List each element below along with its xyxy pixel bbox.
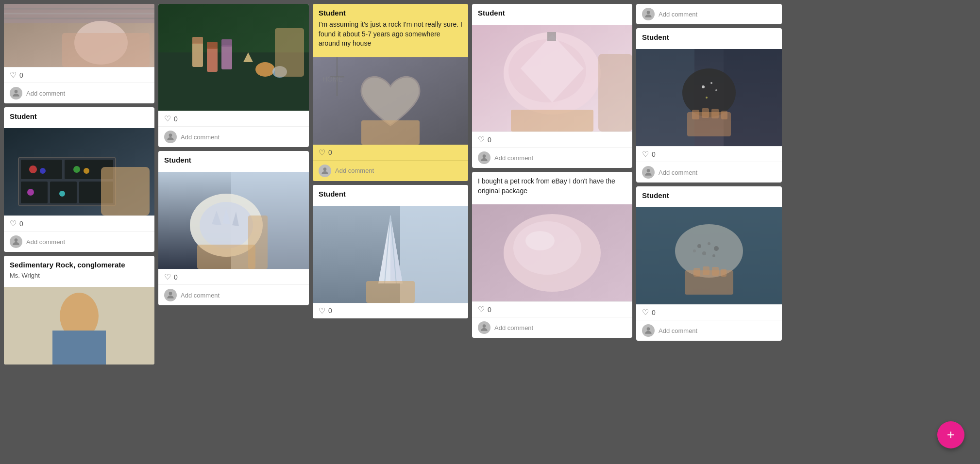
card-2-2-body: Student xyxy=(158,151,309,172)
like-row-3-2: ♡ 0 xyxy=(313,303,468,318)
card-5-1-title: Student xyxy=(642,33,776,41)
add-comment-5-2[interactable]: Add comment xyxy=(659,327,697,334)
card-3-1-text: I'm assuming it's just a rock I'm not re… xyxy=(319,20,462,49)
comment-row-4-2[interactable]: Add comment xyxy=(472,317,632,338)
like-row-1-2: ♡ 0 xyxy=(4,215,154,231)
like-count-3-2: 0 xyxy=(328,307,332,315)
svg-point-48 xyxy=(169,292,172,295)
heart-icon-5-1[interactable]: ♡ xyxy=(642,149,649,159)
svg-rect-37 xyxy=(275,28,304,77)
add-comment-2-2[interactable]: Add comment xyxy=(181,292,220,299)
card-1-1-image xyxy=(4,4,154,67)
card-2-1: ♡ 0 Add comment xyxy=(158,4,309,147)
avatar-5-0 xyxy=(642,8,655,20)
comment-row-2-1[interactable]: Add comment xyxy=(158,126,309,147)
card-1-3-subtitle: Ms. Wright xyxy=(10,272,149,279)
card-5-1-image xyxy=(636,49,782,146)
add-comment-5-0[interactable]: Add comment xyxy=(659,11,697,18)
svg-rect-32 xyxy=(221,45,232,69)
svg-rect-31 xyxy=(207,42,218,49)
like-count-4-2: 0 xyxy=(488,306,491,314)
card-3-1-body: Student I'm assuming it's just a rock I'… xyxy=(313,4,468,57)
like-row-2-2: ♡ 0 xyxy=(158,269,309,284)
card-4-1-body: Student xyxy=(472,4,632,25)
card-1-2-title: Student xyxy=(10,112,149,120)
svg-rect-85 xyxy=(692,110,699,119)
heart-icon-4-1[interactable]: ♡ xyxy=(478,135,485,144)
like-count-4-1: 0 xyxy=(488,136,491,144)
svg-point-22 xyxy=(15,238,18,242)
heart-icon-3-2[interactable]: ♡ xyxy=(319,306,325,315)
like-row-4-2: ♡ 0 xyxy=(472,301,632,317)
heart-icon-4-2[interactable]: ♡ xyxy=(478,305,485,314)
svg-point-54 xyxy=(323,167,327,171)
svg-point-38 xyxy=(169,133,172,137)
comment-row-1-1[interactable]: Add comment xyxy=(4,83,154,103)
add-comment-1-2[interactable]: Add comment xyxy=(26,238,65,246)
card-4-2: I bought a pet rock from eBay I don't ha… xyxy=(472,172,632,338)
svg-point-20 xyxy=(59,191,65,197)
svg-point-83 xyxy=(706,97,708,99)
column-1: ♡ 0 Add comment Student xyxy=(4,4,154,460)
comment-row-3-1[interactable]: Add comment xyxy=(313,160,468,181)
heart-icon-2-2[interactable]: ♡ xyxy=(164,272,171,282)
comment-row-4-1[interactable]: Add comment xyxy=(472,147,632,168)
add-comment-1-1[interactable]: Add comment xyxy=(26,90,65,97)
svg-point-18 xyxy=(84,168,89,174)
like-row-2-1: ♡ 0 xyxy=(158,111,309,126)
svg-rect-101 xyxy=(703,266,710,275)
svg-rect-12 xyxy=(21,182,48,203)
add-comment-4-1[interactable]: Add comment xyxy=(494,154,533,162)
svg-point-80 xyxy=(702,85,705,88)
heart-icon-1-2[interactable]: ♡ xyxy=(10,219,17,228)
card-4-1-title: Student xyxy=(478,9,626,17)
svg-text:HOME: HOME xyxy=(322,75,343,83)
card-2-1-image xyxy=(158,4,309,111)
comment-row-5-1[interactable]: Add comment xyxy=(636,162,782,182)
add-comment-3-1[interactable]: Add comment xyxy=(335,167,374,174)
avatar-2-2 xyxy=(164,289,177,301)
comment-row-1-2[interactable]: Add comment xyxy=(4,231,154,252)
svg-rect-100 xyxy=(693,268,700,277)
add-comment-4-2[interactable]: Add comment xyxy=(494,324,533,331)
svg-rect-29 xyxy=(192,37,203,44)
avatar-2-1 xyxy=(164,131,177,143)
like-count-1-1: 0 xyxy=(19,71,23,79)
card-3-2-image xyxy=(313,206,468,303)
add-comment-2-1[interactable]: Add comment xyxy=(181,133,220,141)
svg-point-94 xyxy=(708,242,710,245)
like-count-5-1: 0 xyxy=(652,150,656,158)
card-5-0: Add comment xyxy=(636,4,782,24)
comment-row-5-2[interactable]: Add comment xyxy=(636,320,782,341)
heart-icon-3-1[interactable]: ♡ xyxy=(319,148,325,157)
heart-icon-2-1[interactable]: ♡ xyxy=(164,114,171,123)
like-row-5-2: ♡ 0 xyxy=(636,304,782,320)
avatar-1-1 xyxy=(10,87,22,99)
comment-row-2-2[interactable]: Add comment xyxy=(158,284,309,305)
comment-row-5-0[interactable]: Add comment xyxy=(636,4,782,24)
card-1-3: Sedimentary Rock, conglomerate Ms. Wrigh… xyxy=(4,256,154,365)
svg-point-82 xyxy=(715,89,717,91)
card-1-3-title: Sedimentary Rock, conglomerate xyxy=(10,261,149,269)
column-4: Student ♡ 0 xyxy=(472,4,632,460)
fab-add-button[interactable]: + xyxy=(937,421,964,448)
card-1-2-body: Student xyxy=(4,107,154,128)
svg-point-7 xyxy=(15,90,18,93)
card-1-2: Student xyxy=(4,107,154,252)
svg-point-104 xyxy=(647,327,650,331)
card-4-2-body: I bought a pet rock from eBay I don't ha… xyxy=(472,172,632,204)
svg-rect-68 xyxy=(598,54,632,132)
heart-icon-5-2[interactable]: ♡ xyxy=(642,308,649,317)
card-4-2-text: I bought a pet rock from eBay I don't ha… xyxy=(478,177,626,196)
avatar-1-2 xyxy=(10,235,22,248)
like-row-3-1: ♡ 0 xyxy=(313,145,468,160)
heart-icon-1-1[interactable]: ♡ xyxy=(10,70,17,80)
svg-rect-30 xyxy=(207,48,218,72)
card-3-1-title: Student xyxy=(319,9,462,17)
svg-rect-6 xyxy=(62,33,150,67)
card-1-3-image xyxy=(4,287,154,365)
add-comment-5-1[interactable]: Add comment xyxy=(659,169,697,176)
masonry-grid: ♡ 0 Add comment Student xyxy=(0,0,980,464)
svg-rect-47 xyxy=(248,215,268,269)
svg-point-96 xyxy=(702,251,706,255)
